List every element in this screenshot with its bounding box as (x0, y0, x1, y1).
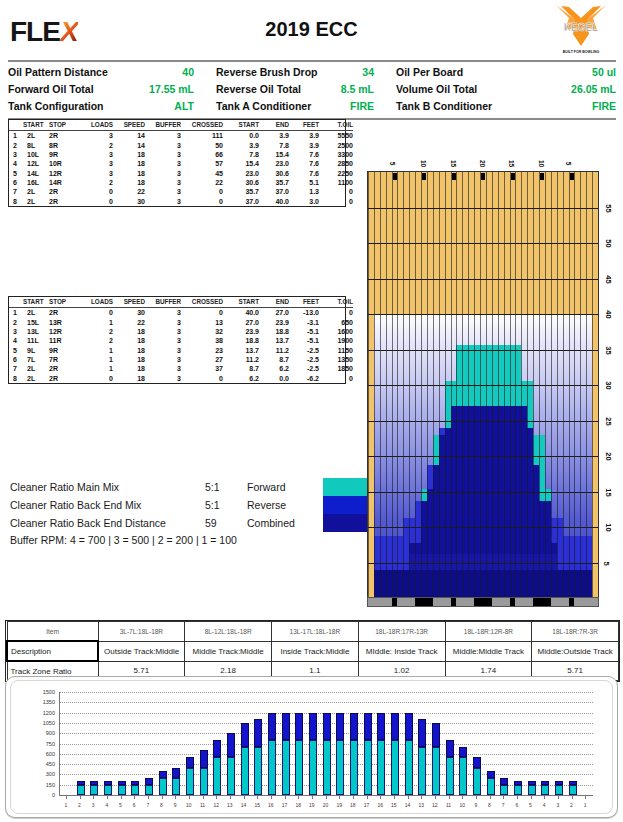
table-row: 411L11R21833818.813.7-5.11900 (9, 336, 353, 345)
x-tick (544, 796, 545, 799)
table-row: 310L9R3183667.815.47.63300 (9, 150, 353, 159)
reverse-bar-segment (295, 713, 303, 740)
table-cell: 3 (145, 187, 181, 196)
track-zone-ratio-table: Item3L-7L:18L-18R8L-12L:18L-18R13L-17L:1… (5, 620, 620, 682)
column-header: BUFFER (145, 297, 181, 308)
table-cell: 3.9 (259, 131, 289, 141)
table-row: 82L2R0303037.040.03.00 (9, 197, 353, 206)
table-cell: 7.6 (289, 159, 319, 168)
oil-zone-navy (439, 435, 533, 465)
forward-bar-segment (186, 768, 194, 795)
y-axis-label: 1050 (15, 720, 55, 726)
table-cell: 2 (81, 140, 113, 149)
item-cell: 8L-12L:18L-18R (185, 622, 272, 642)
forward-bar-segment (172, 778, 180, 795)
table-cell: 1850 (319, 364, 353, 373)
table-cell: 7R (49, 355, 81, 364)
table-cell: 5 (9, 346, 23, 355)
forward-bar-segment (323, 740, 331, 795)
oil-zone-blue (557, 543, 592, 554)
x-axis-label: 5 (524, 802, 538, 808)
table-cell: 30 (113, 308, 145, 318)
forward-bar-segment (350, 740, 358, 795)
forward-bar-segment (364, 740, 372, 795)
x-axis-label: 3 (551, 802, 565, 808)
table-cell: 3 (81, 150, 113, 159)
x-tick (435, 796, 436, 799)
x-tick (312, 796, 313, 799)
oil-zone-blue (374, 543, 409, 554)
summary-item: Reverse Brush Drop34 (216, 64, 374, 81)
reverse-bar-segment (90, 781, 98, 784)
forward-bar-segment (541, 785, 549, 795)
table-cell: 6 (9, 355, 23, 364)
feet-label: 45 (604, 275, 613, 283)
column-header: FEET (289, 120, 319, 131)
forward-bar-segment (254, 747, 262, 795)
table-cell: 13R (49, 317, 81, 326)
table-cell: 7.6 (289, 150, 319, 159)
table-cell: 7 (9, 187, 23, 196)
table-cell: -2.5 (289, 346, 319, 355)
cleaner-ratio-block: Cleaner Ratio Main Mix5:1ForwardCleaner … (10, 478, 370, 546)
legend-label: Reverse (247, 499, 323, 511)
oil-distribution-chart: 01503004506007509001050120013501500 1234… (5, 676, 618, 818)
distance-line (368, 208, 598, 209)
table-cell: 3.0 (289, 197, 319, 206)
table-cell: 22 (181, 178, 223, 187)
pattern-summary: Oil Pattern Distance40Reverse Brush Drop… (8, 60, 616, 120)
table-cell: 0 (181, 187, 223, 196)
summary-value: FIRE (350, 98, 374, 115)
table-cell: 2R (49, 131, 81, 141)
reverse-bar-segment (241, 723, 249, 747)
y-axis-label: 750 (15, 741, 55, 747)
table-cell: 2 (81, 178, 113, 187)
x-tick (298, 796, 299, 799)
table-cell: 2R (49, 364, 81, 373)
x-tick (339, 796, 340, 799)
feet-label: 40 (604, 310, 613, 318)
foul-line-marker (533, 598, 551, 606)
gridline (60, 692, 593, 693)
row-label-description: Description (7, 641, 98, 661)
load-table: STARTSTOPLOADSSPEEDBUFFERCROSSEDSTARTEND… (9, 297, 353, 383)
y-axis-label: 450 (15, 761, 55, 767)
table-cell: 3 (145, 308, 181, 318)
column-header: LOADS (81, 120, 113, 131)
pin-marker (511, 173, 515, 180)
table-cell: 10L (23, 150, 49, 159)
x-tick (490, 796, 491, 799)
x-tick (367, 796, 368, 799)
column-header: T.OIL (319, 297, 353, 308)
table-cell: 7.8 (259, 140, 289, 149)
summary-item: Oil Pattern Distance40 (8, 64, 194, 81)
table-cell: 6.2 (259, 364, 289, 373)
feet-label: 10 (604, 523, 613, 531)
x-tick (421, 796, 422, 799)
summary-item: Tank ConfigurationALT (8, 98, 194, 115)
table-cell: 37.0 (223, 197, 259, 206)
y-axis-label: 150 (15, 782, 55, 788)
forward-bar-segment (500, 785, 508, 795)
pin-marker (570, 173, 574, 180)
forward-bar-segment (336, 740, 344, 795)
reverse-bar-segment (145, 778, 153, 785)
reverse-bar-segment (254, 719, 262, 746)
forward-bar-segment (391, 740, 399, 795)
table-cell: 3 (145, 140, 181, 149)
x-tick (257, 796, 258, 799)
description-cell: Inside Track:Middle (272, 641, 359, 661)
feet-label: 30 (604, 381, 613, 389)
item-cell: 18L-18R:12R-8R (445, 622, 532, 642)
column-header: SPEED (113, 297, 145, 308)
x-tick (462, 796, 463, 799)
forward-bar-segment (514, 785, 522, 795)
x-tick (558, 796, 559, 799)
table-cell: 35.7 (259, 178, 289, 187)
reverse-bar-segment (186, 757, 194, 767)
reverse-bar-segment (391, 713, 399, 740)
x-tick (353, 796, 354, 799)
oil-zone-navy (433, 465, 539, 489)
table-cell: 3 (145, 150, 181, 159)
x-axis-label: 17 (360, 802, 374, 808)
